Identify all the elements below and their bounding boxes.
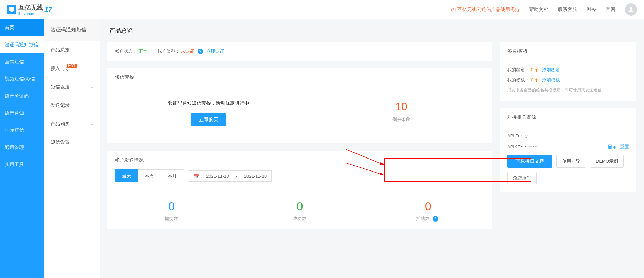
brand-logo[interactable]: 互亿无线 ihuyi.com 17 — [7, 3, 52, 16]
sidebar-item-sms-verify[interactable]: 验证码通知短信 — [0, 36, 44, 53]
sidebar-item-general-mgmt[interactable]: 通用管理 — [0, 139, 44, 156]
date-end: 2021-11-18 — [244, 174, 267, 179]
reset-apikey-link[interactable]: 重置 — [620, 144, 629, 149]
sms-package-card: 短信套餐 验证码通知短信套餐，活动优惠进行中 立即购买 10 剩余条数 — [107, 68, 492, 143]
sec-item-records[interactable]: 发送记录⌄ — [44, 96, 100, 115]
show-apikey-link[interactable]: 显示 — [608, 144, 617, 149]
help-docs-link[interactable]: 帮助文档 — [529, 7, 548, 13]
add-signature-link[interactable]: 添加签名 — [542, 67, 560, 72]
apiid-label: APIID： — [507, 133, 523, 139]
apikey-label: APIKEY： — [507, 144, 528, 150]
sidebar-item-voice-code[interactable]: 语音验证码 — [0, 88, 44, 105]
stat-blocked-label: 拦截数 ? — [364, 216, 492, 222]
tpl-label: 我的模板： — [507, 77, 529, 83]
calendar-icon: 📅 — [194, 174, 199, 179]
sign-count: 0 个 — [531, 67, 539, 72]
verify-now-link[interactable]: 立即认证 — [206, 49, 224, 54]
remaining-label: 剩余条数 — [392, 116, 410, 123]
package-promo-text: 验证码通知短信套餐，活动优惠进行中 — [168, 100, 249, 106]
download-api-docs-button[interactable]: 下载接口文档 — [507, 155, 552, 168]
warn-icon: ! — [451, 8, 456, 12]
official-site-link[interactable]: 官网 — [606, 7, 615, 13]
sec-item-settings[interactable]: 短信设置⌄ — [44, 133, 100, 152]
date-start: 2021-11-18 — [206, 174, 229, 179]
buy-now-button[interactable]: 立即购买 — [191, 113, 226, 126]
tab-today[interactable]: 当天 — [115, 169, 138, 182]
tab-week[interactable]: 本周 — [138, 169, 161, 182]
chevron-down-icon: ⌄ — [90, 85, 94, 89]
sec-item-send[interactable]: 短信发送⌄ — [44, 78, 100, 96]
chevron-down-icon: ⌄ — [90, 140, 94, 145]
stat-submitted-num: 0 — [107, 200, 236, 213]
sec-item-overview[interactable]: 产品总览 — [44, 41, 100, 59]
secondary-sidebar: 验证码通知短信 产品总览 接入向导 短信发送⌄ 发送记录⌄ 产品购买⌄ 短信设置… — [44, 19, 100, 278]
sidebar-item-video-mms[interactable]: 视频短信/彩信 — [0, 71, 44, 88]
stats-title: 帐户发送情况 — [107, 151, 492, 169]
usage-policy-link[interactable]: !互亿无线云通信产品使用规范 — [451, 7, 520, 13]
stat-success-label: 成功数 — [236, 216, 364, 222]
logo-icon — [7, 5, 16, 14]
primary-sidebar: 首页 验证码通知短信 营销短信 视频短信/彩信 语音验证码 语音通知 国际短信 … — [0, 19, 44, 278]
help-icon[interactable]: ? — [433, 216, 438, 222]
account-type-value: 未认证 — [181, 49, 194, 54]
stat-blocked: 0 拦截数 ? — [364, 200, 492, 222]
sidebar-item-home[interactable]: 首页 — [0, 19, 44, 36]
signtpl-title: 签名/模板 — [500, 42, 636, 61]
header-links: !互亿无线云通信产品使用规范 帮助文档 联系客服 财务 官网 — [451, 3, 637, 16]
stat-success: 0 成功数 — [236, 200, 364, 222]
package-title: 短信套餐 — [107, 68, 492, 87]
user-avatar[interactable] — [625, 3, 637, 16]
apiid-value: C — [525, 134, 528, 139]
usage-guide-button[interactable]: 使用向导 — [556, 155, 586, 168]
tab-month[interactable]: 本月 — [161, 169, 184, 182]
contact-support-link[interactable]: 联系客服 — [558, 7, 577, 13]
status-label: 帐户状态： — [115, 49, 137, 54]
stat-submitted: 0 提交数 — [107, 200, 236, 222]
chevron-down-icon: ⌄ — [90, 103, 94, 108]
add-template-link[interactable]: 添加模板 — [542, 77, 560, 83]
page-title: 产品总览 — [100, 19, 644, 42]
brand-badge: 17 — [44, 5, 52, 13]
account-type-label: 帐户类型： — [158, 49, 180, 54]
sidebar-item-marketing-sms[interactable]: 营销短信 — [0, 53, 44, 71]
sidebar-item-tools[interactable]: 实用工具 — [0, 156, 44, 173]
account-status-bar: 帐户状态： 正常 帐户类型： 未认证 ? 立即认证 — [107, 42, 492, 61]
help-icon[interactable]: ? — [198, 49, 203, 54]
date-sep: - — [236, 174, 237, 179]
finance-link[interactable]: 财务 — [587, 7, 596, 13]
chevron-down-icon: ⌄ — [90, 122, 94, 126]
demo-examples-button[interactable]: DEMO示例 — [590, 155, 624, 168]
sec-item-guide[interactable]: 接入向导 — [44, 59, 100, 78]
brand-name-en: ihuyi.com — [18, 12, 43, 16]
sec-item-purchase[interactable]: 产品购买⌄ — [44, 115, 100, 133]
status-value: 正常 — [138, 49, 147, 54]
tpl-count: 0 个 — [531, 77, 539, 83]
remaining-count: 10 — [395, 100, 407, 113]
resources-title: 对接相关资源 — [500, 108, 636, 127]
secondary-sidebar-title: 验证码通知短信 — [44, 19, 100, 41]
stat-submitted-label: 提交数 — [107, 216, 236, 222]
send-stats-card: 帐户发送情况 当天 本周 本月 📅 2021-11-18 - 2021-11-1… — [107, 151, 492, 229]
stat-success-num: 0 — [236, 200, 364, 213]
signature-template-card: 签名/模板 我的签名： 0 个 添加签名 我的模板： 0 个 添加模板 成功报备… — [500, 42, 636, 101]
main-content: 产品总览 帐户状态： 正常 帐户类型： 未认证 ? 立即认证 — [100, 19, 644, 278]
free-plugins-button[interactable]: 免费插件 — [507, 172, 537, 184]
brand-name-cn: 互亿无线 — [18, 3, 43, 12]
apikey-value: ***** — [529, 144, 538, 150]
sidebar-item-voice-notify[interactable]: 语音通知 — [0, 105, 44, 122]
sign-label: 我的签名： — [507, 67, 529, 72]
date-range-picker[interactable]: 📅 2021-11-18 - 2021-11-18 — [189, 170, 272, 182]
sidebar-item-intl-sms[interactable]: 国际短信 — [0, 122, 44, 139]
stat-blocked-num: 0 — [364, 200, 492, 213]
api-resources-card: 对接相关资源 APIID： C APIKEY： ***** 显示 重置 — [500, 108, 636, 192]
top-header: 互亿无线 ihuyi.com 17 !互亿无线云通信产品使用规范 帮助文档 联系… — [0, 0, 644, 19]
user-icon — [627, 6, 635, 13]
signtpl-hint: 成功报备自己的签名与模板后，即可使用其发送短信。 — [507, 87, 629, 93]
